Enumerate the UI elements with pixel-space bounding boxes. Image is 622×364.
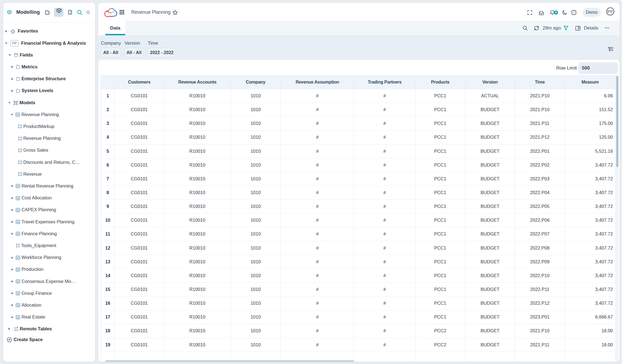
- svg-text:?: ?: [573, 11, 575, 14]
